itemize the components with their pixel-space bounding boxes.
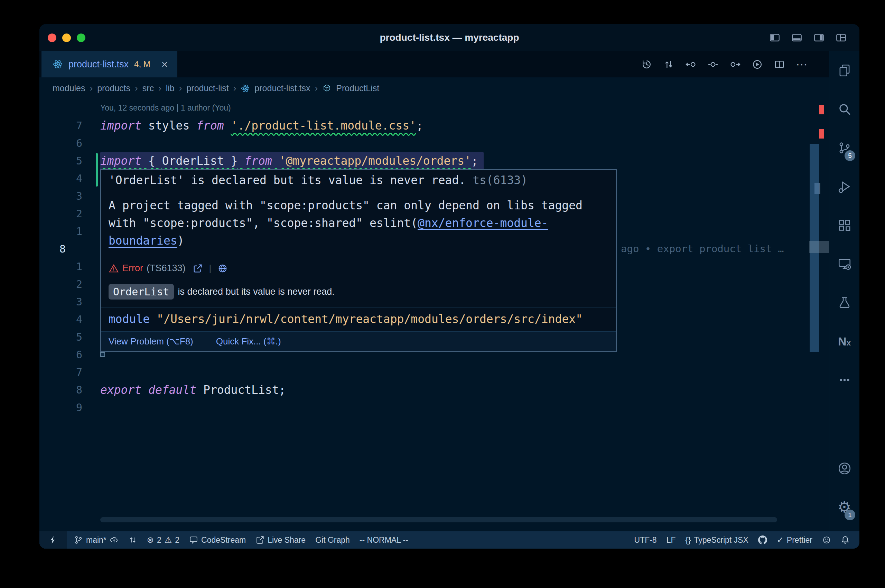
- line-number: 7: [76, 363, 82, 381]
- toggle-right-panel-icon[interactable]: [812, 32, 826, 44]
- line-number: 4: [76, 310, 82, 328]
- diagnostic-ts-message: 'OrderList' is declared but its value is…: [101, 170, 616, 191]
- code-line[interactable]: 7import styles from './product-list.modu…: [39, 117, 859, 134]
- breadcrumb-item-product-list[interactable]: product-list: [186, 83, 228, 93]
- minimize-window-button[interactable]: [62, 33, 71, 42]
- more-actions-icon[interactable]: ⋯: [796, 59, 808, 70]
- code-line[interactable]: 6: [39, 134, 859, 152]
- notifications-button[interactable]: [836, 531, 855, 549]
- split-editor-icon[interactable]: [774, 59, 785, 70]
- line-number: 2: [76, 205, 82, 222]
- code-line[interactable]: 9: [39, 399, 859, 416]
- sidebar-item-more-views[interactable]: [829, 361, 859, 399]
- language-mode-status[interactable]: {} TypeScript JSX: [680, 531, 753, 549]
- beaker-icon: [837, 296, 852, 310]
- sidebar-item-nx-console[interactable]: Nx: [829, 322, 859, 361]
- sidebar-item-run-debug[interactable]: [829, 167, 859, 206]
- error-code: (TS6133): [147, 263, 186, 274]
- status-bar-right: UTF-8 LF {} TypeScript JSX ✓ Prettier: [629, 531, 859, 549]
- codestream-status[interactable]: CodeStream: [184, 531, 251, 549]
- problems-status[interactable]: ⊗ 2 ⚠ 2: [142, 531, 184, 549]
- run-file-icon[interactable]: [751, 59, 763, 70]
- gutter: 1: [39, 258, 100, 275]
- breadcrumb-item-products[interactable]: products: [97, 83, 130, 93]
- compare-changes-icon[interactable]: [663, 59, 675, 70]
- gutter: 5: [39, 328, 100, 346]
- account-button[interactable]: [829, 449, 859, 488]
- eol-status[interactable]: LF: [662, 531, 681, 549]
- close-window-button[interactable]: [48, 33, 56, 42]
- breadcrumb-item-symbol[interactable]: ProductList: [336, 83, 379, 93]
- sidebar-item-source-control[interactable]: 5: [829, 129, 859, 167]
- eol-label: LF: [667, 536, 676, 545]
- sidebar-item-explorer[interactable]: [829, 51, 859, 90]
- breadcrumb-item-modules[interactable]: modules: [53, 83, 86, 93]
- vscode-window: product-list.tsx — myreactapp product-li…: [39, 24, 859, 549]
- previous-change-icon[interactable]: [685, 59, 697, 70]
- zoom-window-button[interactable]: [77, 33, 86, 42]
- line-number: 4: [76, 170, 82, 187]
- sidebar-item-search[interactable]: [829, 90, 859, 129]
- module-keyword: module: [108, 312, 150, 326]
- close-tab-icon[interactable]: ×: [161, 58, 168, 71]
- timeline-history-icon[interactable]: [641, 59, 652, 70]
- breadcrumb-separator: ›: [158, 83, 161, 94]
- quick-fix-action[interactable]: Quick Fix... (⌘.): [216, 336, 281, 347]
- toggle-left-panel-icon[interactable]: [768, 32, 781, 44]
- minimap[interactable]: [809, 99, 829, 531]
- git-compare-status[interactable]: [123, 531, 142, 549]
- breadcrumb-item-lib[interactable]: lib: [166, 83, 174, 93]
- horizontal-scrollbar[interactable]: [100, 517, 777, 522]
- vim-mode-status[interactable]: -- NORMAL --: [355, 531, 413, 549]
- editor[interactable]: You, 12 seconds ago | 1 author (You) 7im…: [39, 99, 859, 531]
- remote-indicator[interactable]: [39, 531, 67, 549]
- encoding-status[interactable]: UTF-8: [629, 531, 661, 549]
- line-number: 3: [76, 293, 82, 310]
- ellipsis-icon: [837, 373, 852, 387]
- sidebar-item-extensions[interactable]: [829, 206, 859, 244]
- window-title: product-list.tsx — myreactapp: [39, 32, 859, 43]
- github-status[interactable]: [753, 531, 772, 549]
- code-line[interactable]: 7: [39, 363, 859, 381]
- code-line[interactable]: 8export default ProductList;: [39, 381, 859, 399]
- toggle-bottom-panel-icon[interactable]: [790, 32, 804, 44]
- react-file-icon: [240, 84, 250, 93]
- next-change-icon[interactable]: [729, 59, 741, 70]
- sidebar-item-remote-explorer[interactable]: [829, 244, 859, 283]
- view-problem-action[interactable]: View Problem (⌥F8): [108, 336, 193, 347]
- open-change-icon[interactable]: [707, 59, 719, 70]
- breadcrumb-item-src[interactable]: src: [143, 83, 154, 93]
- globe-docs-icon[interactable]: [218, 263, 228, 274]
- run-debug-icon: [837, 179, 852, 194]
- minimap-viewport[interactable]: [809, 241, 829, 253]
- gutter: 4: [39, 170, 100, 187]
- prettier-status[interactable]: ✓ Prettier: [772, 531, 817, 549]
- sidebar-item-testing[interactable]: [829, 283, 859, 322]
- traffic-lights: [48, 24, 86, 51]
- live-share-label: Live Share: [267, 536, 306, 545]
- line-number: 2: [76, 275, 82, 293]
- nx-console-icon: Nx: [838, 335, 851, 348]
- open-external-icon[interactable]: [192, 263, 203, 274]
- line-number: 5: [76, 152, 82, 170]
- tab-product-list[interactable]: product-list.tsx 4, M ×: [42, 51, 177, 77]
- git-compare-icon: [128, 536, 137, 544]
- popup-resize-handle[interactable]: [100, 352, 105, 357]
- live-share-status[interactable]: Live Share: [251, 531, 310, 549]
- codelens-blame[interactable]: You, 12 seconds ago | 1 author (You): [39, 99, 859, 117]
- account-icon: [837, 461, 852, 476]
- customize-layout-icon[interactable]: [834, 32, 847, 44]
- remote-icon: [49, 536, 58, 544]
- git-branch-status[interactable]: main*: [69, 531, 123, 549]
- line-number: 5: [76, 328, 82, 346]
- breadcrumb-item-file[interactable]: product-list.tsx: [254, 83, 310, 93]
- source-control-badge: 5: [844, 150, 855, 161]
- tab-decoration: 4, M: [134, 59, 150, 69]
- code-line[interactable]: 5import { OrderList } from '@myreactapp/…: [39, 152, 859, 170]
- search-icon: [837, 102, 852, 116]
- react-file-icon: [53, 59, 63, 69]
- feedback-button[interactable]: [817, 531, 836, 549]
- git-graph-status[interactable]: Git Graph: [310, 531, 355, 549]
- settings-button[interactable]: ⚙ 1: [829, 488, 859, 526]
- language-label: TypeScript JSX: [694, 536, 748, 545]
